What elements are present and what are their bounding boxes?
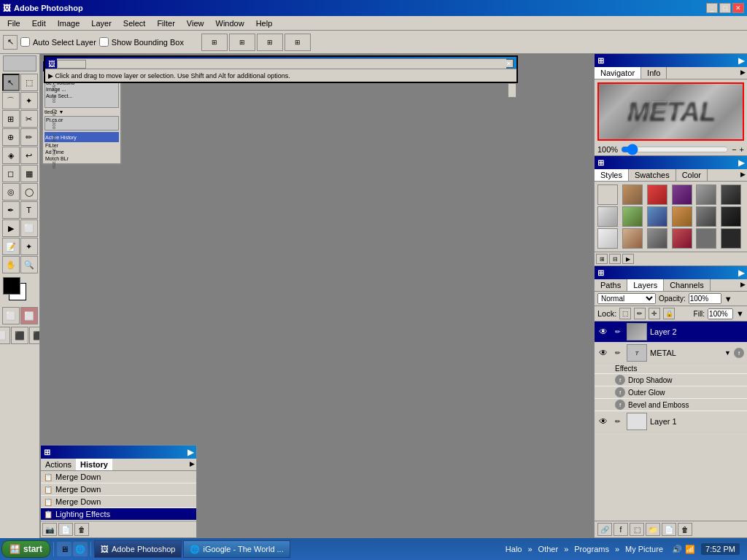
- history-item-4[interactable]: 📋 Lighting Effects: [41, 508, 196, 521]
- swatch-9[interactable]: [672, 206, 692, 227]
- zoom-in-icon[interactable]: +: [740, 145, 744, 154]
- slice-tool[interactable]: ✂: [20, 110, 38, 128]
- swatch-7[interactable]: [622, 206, 643, 227]
- hand-tool[interactable]: ✋: [2, 256, 20, 273]
- navigator-options[interactable]: ▶: [739, 67, 747, 79]
- fill-arrow[interactable]: ▼: [736, 309, 744, 318]
- scrollbar-h-thumb[interactable]: [57, 60, 86, 69]
- magic-wand-tool[interactable]: ✦: [20, 92, 38, 109]
- effect-bevel-emboss[interactable]: f Bevel and Emboss: [595, 399, 747, 411]
- swatch-2[interactable]: [647, 184, 667, 205]
- styles-btn-1[interactable]: ⊞: [596, 254, 608, 264]
- maximize-button[interactable]: □: [719, 3, 731, 13]
- history-item-3[interactable]: 📋 Merge Down: [41, 496, 196, 508]
- swatch-12[interactable]: [597, 228, 618, 249]
- taskbar-igoogle[interactable]: 🌐 iGoogle - The World ...: [183, 540, 290, 558]
- quick-mask-off[interactable]: ⬜: [2, 307, 20, 324]
- history-delete[interactable]: 🗑: [74, 523, 89, 536]
- gradient-tool[interactable]: ▦: [20, 165, 38, 182]
- layers-header-btn[interactable]: ▶: [738, 268, 744, 278]
- layers-new-btn[interactable]: 📄: [662, 523, 676, 536]
- screen-mode-3[interactable]: ⬛: [29, 327, 40, 344]
- history-options[interactable]: ▶: [188, 459, 196, 470]
- metal-link[interactable]: ✏: [612, 347, 624, 359]
- styles-options[interactable]: ▶: [739, 169, 747, 181]
- menu-help[interactable]: Help: [252, 18, 277, 29]
- tab-color[interactable]: Color: [676, 169, 708, 181]
- history-item-2[interactable]: 📋 Merge Down: [41, 483, 196, 496]
- layer-item-metal[interactable]: 👁 ✏ T METAL ▼ f: [595, 343, 747, 364]
- tab-channels[interactable]: Channels: [664, 279, 710, 291]
- tab-info[interactable]: Info: [641, 67, 667, 79]
- lock-all[interactable]: 🔒: [663, 308, 675, 319]
- opacity-input[interactable]: [689, 293, 721, 304]
- transform-btn-4[interactable]: ⊞: [285, 34, 311, 51]
- swatch-8[interactable]: [647, 206, 667, 227]
- auto-select-checkbox[interactable]: [20, 37, 30, 47]
- transform-btn-3[interactable]: ⊞: [257, 34, 283, 51]
- tab-navigator[interactable]: Navigator: [595, 67, 641, 79]
- title-bar-buttons[interactable]: _ □ ✕: [706, 3, 744, 13]
- navigator-header-btn[interactable]: ▶: [738, 56, 744, 66]
- menu-image[interactable]: Image: [53, 18, 85, 29]
- opacity-arrow[interactable]: ▼: [724, 295, 732, 303]
- clone-tool[interactable]: ◈: [2, 147, 20, 164]
- menu-file[interactable]: File: [3, 18, 25, 29]
- history-item-1[interactable]: 📋 Merge Down: [41, 471, 196, 483]
- metal-visibility[interactable]: 👁: [597, 347, 609, 359]
- swatch-17[interactable]: [721, 228, 741, 249]
- eyedropper-tool[interactable]: ✦: [20, 238, 38, 255]
- marquee-tool[interactable]: ⬚: [20, 74, 38, 91]
- quick-mask-on[interactable]: ⬜: [20, 307, 38, 324]
- taskbar-quick-launch-1[interactable]: 🖥: [57, 542, 71, 556]
- styles-header-btn[interactable]: ▶: [738, 158, 744, 168]
- screen-mode-1[interactable]: ⬜: [0, 327, 10, 344]
- layer-item-layer2[interactable]: 👁 ✏ Layer 2: [595, 322, 747, 343]
- metal-fx-icon[interactable]: ▼: [724, 349, 731, 357]
- menu-layer[interactable]: Layer: [87, 18, 116, 29]
- layer2-link[interactable]: ✏: [612, 326, 624, 338]
- crop-tool[interactable]: ⊞: [2, 110, 20, 128]
- styles-btn-2[interactable]: ⊟: [609, 254, 621, 264]
- menu-select[interactable]: Select: [119, 18, 150, 29]
- clock[interactable]: 7:52 PM: [701, 543, 740, 555]
- menu-filter[interactable]: Filter: [152, 18, 179, 29]
- color-swatches[interactable]: [3, 277, 36, 305]
- swatch-3[interactable]: [672, 184, 692, 205]
- swatch-10[interactable]: [696, 206, 716, 227]
- layers-fx-btn[interactable]: f: [614, 523, 628, 536]
- layers-delete-btn[interactable]: 🗑: [678, 523, 692, 536]
- swatch-1[interactable]: [622, 184, 643, 205]
- layer-item-layer1[interactable]: 👁 ✏ Layer 1: [595, 411, 747, 432]
- layer2-visibility[interactable]: 👁: [597, 326, 609, 338]
- menu-edit[interactable]: Edit: [28, 18, 50, 29]
- tab-history[interactable]: History: [76, 459, 112, 470]
- text-tool[interactable]: T: [20, 201, 38, 219]
- screen-mode-2[interactable]: ⬛: [11, 327, 28, 344]
- dodge-tool[interactable]: ◯: [20, 183, 38, 201]
- layers-mask-btn[interactable]: ⬚: [630, 523, 644, 536]
- move-tool-icon[interactable]: ↖: [3, 35, 18, 50]
- move-tool[interactable]: ↖: [2, 74, 20, 91]
- history-new-doc[interactable]: 📄: [58, 523, 73, 536]
- taskbar-adobe-photoshop[interactable]: 🖼 Adobe Photoshop: [94, 540, 182, 558]
- fill-input[interactable]: [708, 308, 733, 319]
- swatch-16[interactable]: [696, 228, 716, 249]
- swatch-14[interactable]: [647, 228, 667, 249]
- healing-tool[interactable]: ⊕: [2, 128, 20, 146]
- lasso-tool[interactable]: ⌒: [2, 92, 20, 109]
- swatch-5[interactable]: [721, 184, 741, 205]
- tab-swatches[interactable]: Swatches: [629, 169, 676, 181]
- notes-tool[interactable]: 📝: [2, 238, 20, 255]
- blend-mode-select[interactable]: Normal Multiply Screen Overlay: [597, 293, 656, 304]
- path-select-tool[interactable]: ▶: [2, 219, 20, 237]
- swatch-15[interactable]: [672, 228, 692, 249]
- layer1-link[interactable]: ✏: [612, 416, 624, 427]
- scrollbar-horizontal[interactable]: [57, 58, 506, 69]
- effect-outer-glow[interactable]: f Outer Glow: [595, 386, 747, 399]
- history-brush-tool[interactable]: ↩: [20, 147, 38, 164]
- start-button[interactable]: 🪟 start: [1, 540, 50, 558]
- tab-actions[interactable]: Actions: [41, 459, 76, 470]
- blur-tool[interactable]: ◎: [2, 183, 20, 201]
- swatch-0[interactable]: [597, 184, 618, 205]
